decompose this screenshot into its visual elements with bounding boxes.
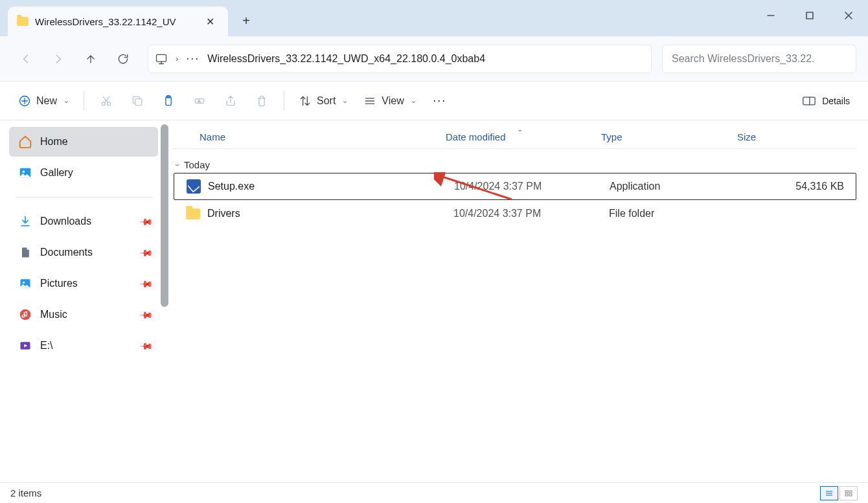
tab-title: WirelessDrivers_33.22.1142_UV	[35, 16, 194, 27]
search-input[interactable]: Search WirelessDrivers_33.22.	[662, 45, 856, 73]
sidebar-item-label: Home	[40, 136, 68, 148]
column-headers: Name ⌄Date modified Type Size	[174, 126, 856, 149]
breadcrumb-overflow-icon[interactable]: ···	[186, 52, 200, 65]
svg-rect-20	[803, 97, 815, 105]
sidebar-item-label: Documents	[40, 247, 93, 258]
chevron-down-icon: ›	[173, 164, 182, 166]
details-button[interactable]: Details	[796, 88, 856, 114]
view-toggle	[820, 486, 858, 500]
sidebar-item-gallery[interactable]: Gallery	[9, 158, 158, 188]
svg-text:A: A	[198, 98, 201, 104]
close-window-button[interactable]	[829, 0, 868, 31]
file-date: 10/4/2024 3:37 PM	[454, 181, 610, 192]
sidebar-item-pictures[interactable]: Pictures 📌	[9, 269, 158, 298]
svg-rect-12	[135, 98, 142, 105]
view-details-button[interactable]	[820, 486, 838, 500]
chevron-down-icon: ⌄	[411, 96, 417, 105]
sidebar-item-home[interactable]: Home	[9, 127, 158, 157]
sidebar-item-drive-e[interactable]: E:\ 📌	[9, 331, 158, 361]
divider	[84, 91, 84, 111]
pin-icon: 📌	[139, 307, 154, 322]
delete-button[interactable]	[247, 88, 276, 114]
pin-icon: 📌	[139, 245, 154, 260]
nav-row: › ··· WirelessDrivers_33.22.1142_UWD_x64…	[0, 36, 868, 82]
close-tab-button[interactable]: ✕	[201, 12, 219, 30]
svg-rect-35	[849, 491, 852, 493]
paste-button[interactable]	[154, 88, 183, 114]
file-group: › Today Setup.exe 10/4/2024 3:37 PM Appl…	[174, 157, 856, 227]
maximize-button[interactable]	[790, 0, 829, 31]
view-thumbnails-button[interactable]	[839, 486, 858, 500]
pin-icon: 📌	[139, 276, 154, 291]
toolbar: New ⌄ A Sort ⌄ View ⌄ ··· Details	[0, 82, 868, 120]
new-button[interactable]: New ⌄	[12, 88, 76, 114]
file-pane: Name ⌄Date modified Type Size › Today Se…	[168, 120, 868, 482]
sidebar-item-label: Music	[40, 309, 67, 320]
sort-chevron-icon: ⌄	[517, 125, 523, 133]
file-name: Drivers	[207, 208, 453, 219]
minimize-button[interactable]	[751, 0, 790, 31]
sort-label: Sort	[317, 95, 336, 107]
file-row-setup[interactable]: Setup.exe 10/4/2024 3:37 PM Application …	[174, 173, 856, 200]
file-date: 10/4/2024 3:37 PM	[453, 208, 609, 219]
column-type[interactable]: Type	[601, 131, 737, 142]
svg-point-25	[23, 282, 25, 284]
cut-button[interactable]	[92, 88, 120, 114]
sidebar-item-downloads[interactable]: Downloads 📌	[9, 207, 158, 236]
file-type: Application	[610, 181, 746, 192]
column-name[interactable]: Name	[174, 131, 446, 142]
application-icon	[186, 179, 201, 194]
copy-button[interactable]	[123, 88, 152, 114]
main: Home Gallery Downloads 📌 Documents 📌 Pic…	[0, 120, 868, 482]
chevron-down-icon: ⌄	[63, 96, 69, 105]
tab-current[interactable]: WirelessDrivers_33.22.1142_UV ✕	[8, 6, 228, 36]
view-label: View	[382, 95, 404, 107]
rename-button[interactable]: A	[185, 88, 214, 114]
status-bar: 2 items	[0, 482, 868, 503]
sidebar-item-music[interactable]: Music 📌	[9, 300, 158, 330]
drive-icon	[18, 339, 32, 353]
forward-button[interactable]	[44, 45, 73, 73]
new-label: New	[36, 95, 57, 107]
sidebar: Home Gallery Downloads 📌 Documents 📌 Pic…	[0, 120, 168, 482]
sidebar-item-documents[interactable]: Documents 📌	[9, 238, 158, 267]
folder-icon	[185, 206, 201, 221]
svg-rect-37	[849, 494, 852, 496]
file-name: Setup.exe	[208, 181, 454, 192]
file-size: 54,316 KB	[746, 181, 856, 192]
chevron-right-icon: ›	[176, 54, 178, 63]
titlebar: WirelessDrivers_33.22.1142_UV ✕ +	[0, 0, 868, 36]
gallery-icon	[18, 166, 32, 180]
divider	[284, 91, 284, 111]
address-bar[interactable]: › ··· WirelessDrivers_33.22.1142_UWD_x64…	[148, 45, 652, 73]
details-label: Details	[822, 96, 850, 106]
column-size[interactable]: Size	[737, 131, 856, 142]
sidebar-scrollbar[interactable]	[161, 124, 168, 307]
home-icon	[18, 135, 32, 149]
svg-rect-36	[845, 494, 848, 496]
file-row-drivers[interactable]: Drivers 10/4/2024 3:37 PM File folder	[174, 200, 856, 227]
svg-rect-34	[845, 491, 848, 493]
share-button[interactable]	[216, 88, 245, 114]
pin-icon: 📌	[139, 338, 154, 353]
music-icon	[18, 307, 32, 322]
column-date-modified[interactable]: ⌄Date modified	[446, 131, 601, 142]
up-button[interactable]	[76, 45, 105, 73]
svg-rect-1	[806, 12, 813, 19]
group-header-today[interactable]: › Today	[174, 157, 856, 173]
search-placeholder: Search WirelessDrivers_33.22.	[672, 53, 815, 65]
sidebar-item-label: Gallery	[40, 167, 73, 179]
new-tab-button[interactable]: +	[233, 8, 259, 34]
refresh-button[interactable]	[109, 45, 137, 73]
back-button[interactable]	[12, 45, 40, 73]
sidebar-item-label: Pictures	[40, 278, 78, 289]
documents-icon	[18, 245, 32, 260]
svg-point-23	[22, 170, 25, 173]
sort-button[interactable]: Sort ⌄	[292, 88, 354, 114]
sidebar-item-label: E:\	[40, 340, 53, 352]
more-button[interactable]: ···	[426, 94, 454, 107]
downloads-icon	[18, 214, 32, 229]
view-button[interactable]: View ⌄	[357, 88, 422, 114]
file-type: File folder	[609, 208, 745, 219]
sidebar-item-label: Downloads	[40, 216, 91, 227]
